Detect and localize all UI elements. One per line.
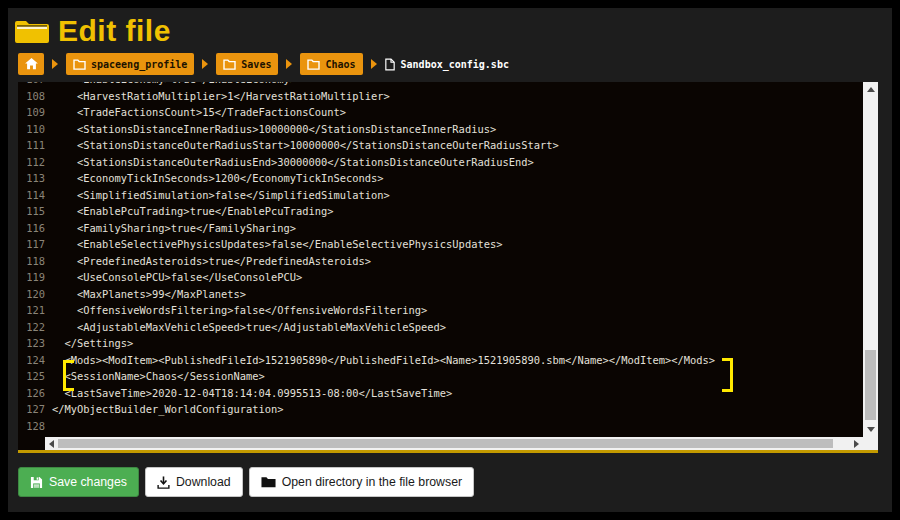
line-number: 124 — [18, 352, 52, 369]
line-text[interactable]: <SessionName>Chaos</SessionName> — [52, 368, 265, 385]
download-icon — [157, 476, 170, 489]
scroll-down-arrow-icon[interactable] — [867, 427, 875, 432]
save-changes-button[interactable]: Save changes — [18, 467, 139, 497]
code-line[interactable]: 114 <SimplifiedSimulation>false</Simplif… — [18, 187, 863, 204]
line-number: 126 — [18, 385, 52, 402]
open-directory-label: Open directory in the file browser — [282, 475, 462, 489]
code-line[interactable]: 113 <EconomyTickInSeconds>1200</EconomyT… — [18, 170, 863, 187]
line-number: 123 — [18, 335, 52, 352]
line-text[interactable]: <MaxPlanets>99</MaxPlanets> — [52, 286, 246, 303]
code-line[interactable]: 121 <OffensiveWordsFiltering>false</Offe… — [18, 302, 863, 319]
action-bar: Save changes Download Open directory in … — [18, 467, 474, 497]
highlight-bracket-left — [63, 360, 74, 391]
breadcrumb-folder-saves[interactable]: Saves — [216, 53, 278, 75]
line-number: 109 — [18, 104, 52, 121]
line-number: 116 — [18, 220, 52, 237]
download-button[interactable]: Download — [145, 467, 243, 497]
vertical-scrollbar[interactable] — [863, 82, 878, 450]
code-line[interactable]: 115 <EnablePcuTrading>true</EnablePcuTra… — [18, 203, 863, 220]
line-number: 120 — [18, 286, 52, 303]
line-text[interactable]: <StationsDistanceInnerRadius>10000000</S… — [52, 121, 496, 138]
breadcrumb-label: Saves — [241, 59, 271, 70]
line-text[interactable]: <EnableSelectivePhysicsUpdates>false</En… — [52, 236, 502, 253]
folder-outline-icon — [223, 59, 236, 70]
breadcrumb-file-label: Sandbox_config.sbc — [401, 59, 509, 70]
line-number: 113 — [18, 170, 52, 187]
breadcrumb-label: Chaos — [325, 59, 355, 70]
code-line[interactable]: 109 <TradeFactionsCount>15</TradeFaction… — [18, 104, 863, 121]
app-window: Edit file spaceeng_profile Saves — [8, 8, 892, 512]
horizontal-scrollbar[interactable] — [45, 437, 863, 450]
folder-solid-icon — [261, 476, 276, 488]
line-number: 127 — [18, 401, 52, 418]
folder-outline-icon — [73, 59, 86, 70]
line-number: 118 — [18, 253, 52, 270]
breadcrumb-label: spaceeng_profile — [91, 59, 187, 70]
vertical-scrollbar-thumb[interactable] — [865, 350, 876, 420]
code-line[interactable]: 116 <FamilySharing>true</FamilySharing> — [18, 220, 863, 237]
line-text[interactable]: <HarvestRatioMultiplier>1</HarvestRatioM… — [52, 88, 390, 105]
code-line[interactable]: 117 <EnableSelectivePhysicsUpdates>false… — [18, 236, 863, 253]
breadcrumb-folder-spaceeng-profile[interactable]: spaceeng_profile — [66, 53, 194, 75]
line-number: 112 — [18, 154, 52, 171]
scroll-right-arrow-icon[interactable] — [854, 440, 859, 448]
breadcrumb-arrow-icon — [371, 59, 377, 69]
line-number: 125 — [18, 368, 52, 385]
line-number: 128 — [18, 418, 52, 435]
page-title: Edit file — [58, 14, 171, 48]
line-text[interactable]: <OffensiveWordsFiltering>false</Offensiv… — [52, 302, 427, 319]
code-area[interactable]: 107 <EnableEconomy>true</EnableEconomy>1… — [18, 82, 863, 437]
line-number: 119 — [18, 269, 52, 286]
horizontal-scrollbar-thumb[interactable] — [58, 439, 833, 448]
breadcrumb-home-button[interactable] — [18, 53, 44, 75]
breadcrumb: spaceeng_profile Saves Chaos Sandbox_con… — [18, 52, 509, 76]
line-number: 121 — [18, 302, 52, 319]
breadcrumb-folder-chaos[interactable]: Chaos — [300, 53, 362, 75]
line-text[interactable]: <PredefinedAsteroids>true</PredefinedAst… — [52, 253, 371, 270]
line-text[interactable]: <FamilySharing>true</FamilySharing> — [52, 220, 296, 237]
line-number: 108 — [18, 88, 52, 105]
code-editor[interactable]: 107 <EnableEconomy>true</EnableEconomy>1… — [18, 82, 878, 453]
line-text[interactable]: <SimplifiedSimulation>false</SimplifiedS… — [52, 187, 390, 204]
code-line[interactable]: 110 <StationsDistanceInnerRadius>1000000… — [18, 121, 863, 138]
code-line[interactable]: 123 </Settings> — [18, 335, 863, 352]
line-number: 114 — [18, 187, 52, 204]
line-text[interactable]: <StationsDistanceOuterRadiusEnd>30000000… — [52, 154, 534, 171]
file-icon — [385, 58, 395, 71]
breadcrumb-arrow-icon — [202, 59, 208, 69]
home-icon — [25, 58, 38, 70]
line-text[interactable]: <UseConsolePCU>false</UseConsolePCU> — [52, 269, 302, 286]
line-number: 115 — [18, 203, 52, 220]
download-label: Download — [176, 475, 231, 489]
line-text[interactable]: <LastSaveTime>2020-12-04T18:14:04.099551… — [52, 385, 452, 402]
code-line[interactable]: 111 <StationsDistanceOuterRadiusStart>10… — [18, 137, 863, 154]
line-text[interactable]: </Settings> — [52, 335, 133, 352]
code-line[interactable]: 122 <AdjustableMaxVehicleSpeed>true</Adj… — [18, 319, 863, 336]
code-line[interactable]: 128 — [18, 418, 863, 435]
code-line[interactable]: 118 <PredefinedAsteroids>true</Predefine… — [18, 253, 863, 270]
line-text[interactable]: </MyObjectBuilder_WorldConfiguration> — [52, 401, 283, 418]
code-line[interactable]: 112 <StationsDistanceOuterRadiusEnd>3000… — [18, 154, 863, 171]
save-icon — [30, 476, 43, 489]
line-text[interactable]: <EconomyTickInSeconds>1200</EconomyTickI… — [52, 170, 384, 187]
line-text[interactable]: <Mods><ModItem><PublishedFileId>15219058… — [52, 352, 715, 369]
line-text[interactable]: <AdjustableMaxVehicleSpeed>true</Adjusta… — [52, 319, 446, 336]
open-directory-button[interactable]: Open directory in the file browser — [249, 467, 474, 497]
code-line[interactable]: 125 <SessionName>Chaos</SessionName> — [18, 368, 863, 385]
line-text[interactable]: <EnablePcuTrading>true</EnablePcuTrading… — [52, 203, 334, 220]
code-line[interactable]: 124 <Mods><ModItem><PublishedFileId>1521… — [18, 352, 863, 369]
scroll-left-arrow-icon[interactable] — [49, 440, 54, 448]
code-line[interactable]: 120 <MaxPlanets>99</MaxPlanets> — [18, 286, 863, 303]
code-line[interactable]: 119 <UseConsolePCU>false</UseConsolePCU> — [18, 269, 863, 286]
line-text[interactable]: <StationsDistanceOuterRadiusStart>100000… — [52, 137, 559, 154]
code-line[interactable]: 126 <LastSaveTime>2020-12-04T18:14:04.09… — [18, 385, 863, 402]
code-line[interactable]: 127</MyObjectBuilder_WorldConfiguration> — [18, 401, 863, 418]
scroll-up-arrow-icon[interactable] — [867, 87, 875, 92]
line-number: 117 — [18, 236, 52, 253]
page-header: Edit file — [14, 11, 171, 51]
breadcrumb-arrow-icon — [286, 59, 292, 69]
line-text[interactable]: <TradeFactionsCount>15</TradeFactionsCou… — [52, 104, 346, 121]
line-number: 110 — [18, 121, 52, 138]
folder-outline-icon — [307, 59, 320, 70]
code-line[interactable]: 108 <HarvestRatioMultiplier>1</HarvestRa… — [18, 88, 863, 105]
